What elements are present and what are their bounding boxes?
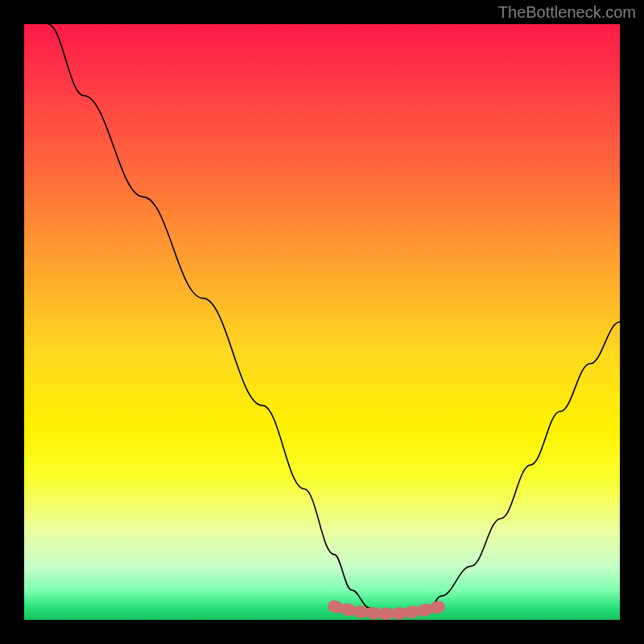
chart-plot-area [24,24,620,620]
bottleneck-curve-line [48,24,620,614]
flat-region-marker [334,606,441,613]
attribution-text: TheBottleneck.com [498,3,636,22]
chart-svg-overlay [24,24,620,620]
